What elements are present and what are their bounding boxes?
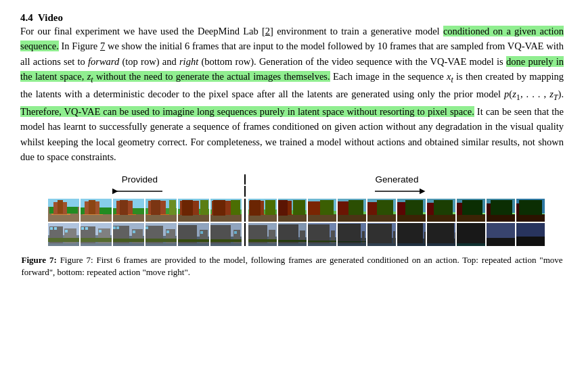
svg-rect-124 [113,226,116,229]
svg-rect-177 [455,232,455,243]
frame-top-g4 [338,199,366,222]
svg-rect-125 [116,226,119,229]
svg-rect-133 [166,230,169,233]
image-strip-bottom [36,223,549,246]
svg-rect-163 [338,224,361,243]
svg-rect-77 [397,202,405,215]
svg-rect-107 [48,238,79,242]
svg-rect-144 [210,239,242,242]
header-generated: Generated [246,174,549,185]
svg-rect-116 [81,227,84,230]
svg-rect-138 [178,239,209,242]
frame-bot-g4 [338,223,366,246]
figure-header-row: Provided Generated [36,174,549,185]
frame-bot-g7 [427,223,455,246]
frame-bot-p6 [210,223,242,246]
svg-rect-84 [434,200,453,215]
main-paragraph: For our final experiment we have used th… [20,24,564,165]
frame-top-g6 [397,199,426,222]
svg-rect-19 [120,200,128,215]
frame-top-g9 [487,199,515,222]
caption-label: Figure 7: [22,255,57,265]
svg-rect-46 [250,200,261,216]
frame-bot-g10 [516,223,545,246]
svg-rect-158 [308,224,330,243]
svg-rect-54 [293,200,305,215]
svg-rect-160 [308,241,336,242]
svg-rect-172 [397,223,423,243]
frame-bot-g1 [248,223,277,246]
frame-bot-p5 [178,223,209,246]
header-provided: Provided [36,174,246,185]
svg-rect-25 [151,200,160,215]
svg-rect-115 [81,238,112,242]
svg-rect-131 [145,239,177,242]
svg-rect-78 [405,200,423,215]
frame-top-g2 [278,199,307,222]
svg-rect-47 [265,200,275,215]
svg-rect-72 [377,200,393,215]
strip-top-generated [246,199,549,222]
svg-rect-53 [278,200,288,216]
svg-rect-169 [393,231,395,243]
svg-rect-89 [457,203,462,215]
svg-rect-40 [231,200,240,215]
svg-rect-173 [424,232,426,243]
figure-caption: Figure 7: Figure 7: First 6 frames are p… [22,254,563,280]
frame-bot-g2 [278,223,307,246]
frame-bot-g8 [457,223,485,246]
left-arrow-icon [112,186,166,197]
svg-rect-96 [491,200,512,215]
svg-rect-109 [54,227,57,230]
frame-bot-p2 [81,223,112,246]
frame-top-p2 [81,199,112,222]
frame-top-g5 [367,199,396,222]
svg-rect-132 [145,226,148,229]
frame-bot-g5 [367,223,396,246]
frame-top-p3 [113,199,144,222]
figure-7: Provided Generated [20,174,564,280]
strip-bot-generated [246,223,549,246]
arrow-left-container [36,186,246,197]
svg-rect-90 [462,200,482,215]
frame-bot-p3 [113,223,144,246]
svg-rect-180 [457,223,485,243]
svg-rect-186 [516,223,545,237]
svg-rect-102 [519,200,542,215]
svg-rect-117 [85,227,88,230]
svg-rect-101 [516,203,519,215]
svg-rect-176 [427,223,454,243]
svg-rect-83 [427,203,434,215]
svg-rect-95 [487,203,491,215]
svg-rect-26 [169,200,176,215]
frame-top-g7 [427,199,455,222]
svg-rect-168 [367,224,392,243]
svg-rect-13 [89,200,95,214]
svg-rect-145 [234,231,237,234]
svg-rect-59 [308,201,320,215]
svg-rect-60 [320,200,334,215]
section-header: 4.4 Video [20,12,564,24]
frame-bot-p4 [145,223,177,246]
svg-rect-65 [338,201,349,215]
svg-rect-66 [349,200,363,215]
svg-rect-32 [182,200,193,216]
frame-top-g10 [516,199,545,222]
frame-top-g1 [248,199,277,222]
frame-top-p4 [145,199,177,222]
section-title-text: Video [38,12,63,23]
svg-rect-110 [65,230,68,232]
svg-rect-150 [248,239,277,242]
svg-rect-123 [113,239,144,242]
svg-rect-126 [133,230,135,233]
svg-rect-71 [367,202,377,215]
frame-bot-g6 [397,223,426,246]
frame-top-p5 [178,199,209,222]
strip-bot-provided [36,223,246,246]
caption-text: Figure 7: First 6 frames are provided to… [22,255,563,278]
svg-rect-33 [200,200,208,215]
svg-rect-118 [99,230,102,232]
highlight-vqvae-imagine: Therefore, VQ-VAE can be used to imagine… [20,106,474,117]
frame-bot-p1 [48,223,79,246]
frame-top-p6 [210,199,242,222]
